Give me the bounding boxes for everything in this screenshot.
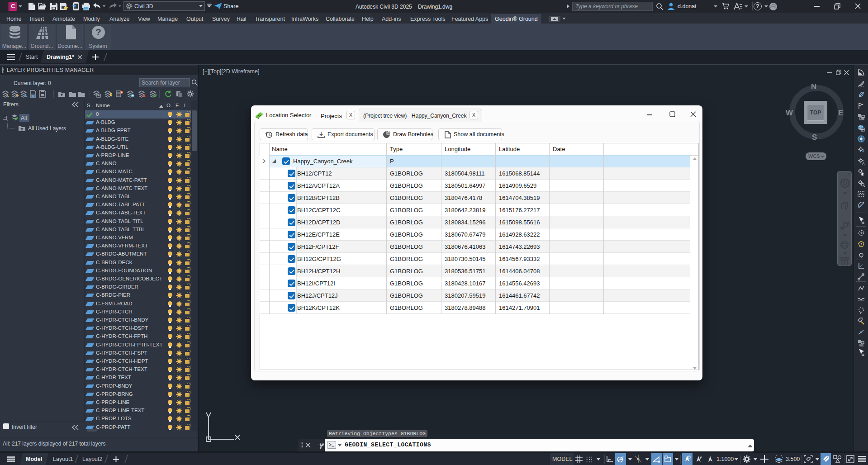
svg-text:?: ? <box>95 27 101 37</box>
svg-text:A: A <box>862 161 865 165</box>
